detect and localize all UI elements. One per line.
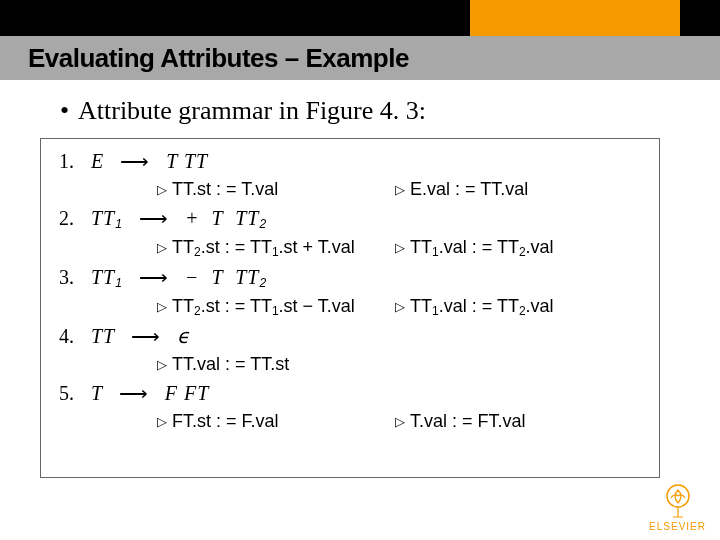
triangle-icon: ▷: [395, 240, 405, 255]
arrow-icon: ⟶: [129, 266, 179, 288]
attr-right: ▷T.val : = FT.val: [359, 411, 526, 432]
arrow-icon: ⟶: [110, 150, 160, 172]
production-head: 2. TT1 ⟶ + T TT2: [59, 206, 641, 231]
triangle-icon: ▷: [395, 299, 405, 314]
attr-right-text: E.val : = TT.val: [410, 179, 528, 199]
prod-rhs: F FT: [165, 382, 210, 404]
elsevier-tree-icon: [657, 483, 699, 519]
triangle-icon: ▷: [157, 299, 167, 314]
rule-number: 2.: [59, 207, 91, 230]
arrow-icon: ⟶: [129, 207, 179, 229]
attr-left: ▷TT.st : = T.val: [59, 179, 359, 200]
grammar-rule: 4. TT ⟶ ϵ ▷TT.val : = TT.st: [59, 324, 641, 375]
attr-left: ▷FT.st : = F.val: [59, 411, 359, 432]
attr-row: ▷FT.st : = F.val ▷T.val : = FT.val: [59, 411, 641, 432]
attr-left-text: TT2.st : = TT1.st + T.val: [172, 237, 355, 257]
bullet-line: •Attribute grammar in Figure 4. 3:: [40, 96, 680, 126]
prod-rhs: ϵ: [177, 325, 190, 347]
prod-lhs: E: [91, 150, 104, 172]
attr-right: [359, 354, 395, 375]
production-head: 1. E ⟶ T TT: [59, 149, 641, 173]
slide-title: Evaluating Attributes – Example: [28, 43, 409, 74]
rule-number: 1.: [59, 150, 91, 173]
attr-right: ▷TT1.val : = TT2.val: [359, 296, 554, 318]
triangle-icon: ▷: [157, 182, 167, 197]
rule-number: 5.: [59, 382, 91, 405]
attr-row: ▷TT2.st : = TT1.st − T.val ▷TT1.val : = …: [59, 296, 641, 318]
production-head: 4. TT ⟶ ϵ: [59, 324, 641, 348]
prod-lhs: TT: [91, 325, 115, 347]
attr-left-text: TT.st : = T.val: [172, 179, 278, 199]
arrow-icon: ⟶: [121, 325, 171, 347]
grammar-rule: 2. TT1 ⟶ + T TT2 ▷TT2.st : = TT1.st + T.…: [59, 206, 641, 259]
production-head: 5. T ⟶ F FT: [59, 381, 641, 405]
grammar-figure: 1. E ⟶ T TT ▷TT.st : = T.val ▷E.val : = …: [40, 138, 660, 478]
triangle-icon: ▷: [395, 414, 405, 429]
publisher-logo: ELSEVIER: [649, 483, 706, 532]
arrow-icon: ⟶: [109, 382, 159, 404]
attr-left-text: FT.st : = F.val: [172, 411, 279, 431]
grammar-rule: 1. E ⟶ T TT ▷TT.st : = T.val ▷E.val : = …: [59, 149, 641, 200]
attr-row: ▷TT2.st : = TT1.st + T.val ▷TT1.val : = …: [59, 237, 641, 259]
attr-left: ▷TT.val : = TT.st: [59, 354, 359, 375]
rule-number: 3.: [59, 266, 91, 289]
publisher-name: ELSEVIER: [649, 521, 706, 532]
rule-number: 4.: [59, 325, 91, 348]
attr-row: ▷TT.val : = TT.st: [59, 354, 641, 375]
prod-rhs: + T TT2: [185, 207, 267, 229]
attr-right: ▷TT1.val : = TT2.val: [359, 237, 554, 259]
triangle-icon: ▷: [157, 240, 167, 255]
prod-lhs: TT1: [91, 266, 123, 288]
attr-left: ▷TT2.st : = TT1.st − T.val: [59, 296, 359, 318]
triangle-icon: ▷: [395, 182, 405, 197]
attr-left: ▷TT2.st : = TT1.st + T.val: [59, 237, 359, 259]
prod-rhs: − T TT2: [185, 266, 267, 288]
title-bar: Evaluating Attributes – Example: [0, 36, 720, 80]
triangle-icon: ▷: [157, 357, 167, 372]
bullet-text: Attribute grammar in Figure 4. 3:: [78, 96, 426, 125]
attr-row: ▷TT.st : = T.val ▷E.val : = TT.val: [59, 179, 641, 200]
attr-right-text: TT1.val : = TT2.val: [410, 237, 554, 257]
production-head: 3. TT1 ⟶ − T TT2: [59, 265, 641, 290]
bullet-dot: •: [60, 96, 78, 126]
prod-lhs: TT1: [91, 207, 123, 229]
grammar-rule: 3. TT1 ⟶ − T TT2 ▷TT2.st : = TT1.st − T.…: [59, 265, 641, 318]
grammar-rule: 5. T ⟶ F FT ▷FT.st : = F.val ▷T.val : = …: [59, 381, 641, 432]
attr-left-text: TT2.st : = TT1.st − T.val: [172, 296, 355, 316]
attr-right-text: TT1.val : = TT2.val: [410, 296, 554, 316]
attr-left-text: TT.val : = TT.st: [172, 354, 289, 374]
attr-right-text: T.val : = FT.val: [410, 411, 526, 431]
triangle-icon: ▷: [157, 414, 167, 429]
attr-right: ▷E.val : = TT.val: [359, 179, 528, 200]
prod-rhs: T TT: [166, 150, 208, 172]
prod-lhs: T: [91, 382, 103, 404]
content-area: •Attribute grammar in Figure 4. 3: 1. E …: [40, 96, 680, 478]
